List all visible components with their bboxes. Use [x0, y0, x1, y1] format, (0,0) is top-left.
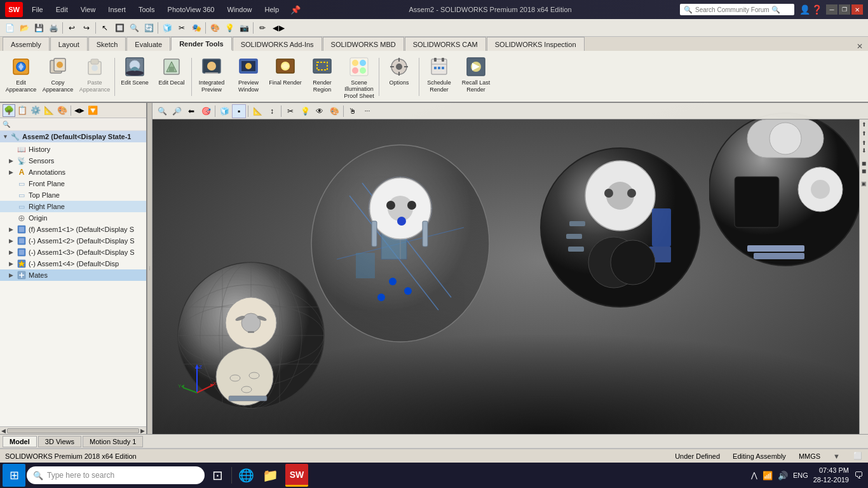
systray-hidden-icon[interactable]: ⋀ [751, 471, 757, 480]
vp-section-view-icon[interactable]: ✂ [283, 104, 297, 118]
tab-cam[interactable]: SOLIDWORKS CAM [405, 37, 486, 51]
redo-icon[interactable]: ↪ [79, 21, 93, 35]
appearance-icon-sm[interactable]: 🎨 [208, 21, 222, 35]
options-button[interactable]: Options [381, 52, 417, 102]
tab-mbd[interactable]: SOLIDWORKS MBD [323, 37, 404, 51]
lights-icon[interactable]: 💡 [222, 21, 236, 35]
vp-display-shaded-icon[interactable]: ▪ [232, 104, 246, 118]
tab-close-icon[interactable]: ✕ [857, 42, 863, 51]
vp-zoom-target-icon[interactable]: 🎯 [199, 104, 213, 118]
tree-node-assem1-1[interactable]: ▶ (f) Assem1<1> (Default<Display S [0, 224, 146, 235]
filter-icon[interactable]: 🔽 [86, 104, 99, 117]
tab-evaluate[interactable]: Evaluate [126, 37, 170, 51]
titlebar-menu-view[interactable]: View [77, 6, 100, 13]
close-button[interactable]: ✕ [851, 4, 863, 15]
tab-sketch[interactable]: Sketch [88, 37, 126, 51]
dim-expert-icon[interactable]: 📐 [43, 104, 55, 117]
panel-resize-handle[interactable]: ··· [147, 103, 153, 434]
bottom-tab-motion-study[interactable]: Motion Study 1 [83, 436, 143, 447]
titlebar-menu-insert[interactable]: Insert [104, 6, 130, 13]
integrated-preview-button[interactable]: Integrated Preview [193, 52, 230, 102]
status-expand-icon[interactable]: ⬜ [853, 451, 863, 461]
tree-node-right-plane[interactable]: ▭ Right Plane [0, 201, 146, 212]
community-search-input[interactable] [695, 6, 771, 13]
sketch-icon-sm[interactable]: ✏ [255, 21, 269, 35]
tab-inspection[interactable]: SOLIDWORKS Inspection [487, 37, 585, 51]
camera-icon[interactable]: 📷 [237, 21, 251, 35]
vp-display-style-icon[interactable]: 🧊 [217, 104, 231, 118]
status-units-dropdown[interactable]: ▼ [833, 452, 840, 460]
preview-window-button[interactable]: Preview Window [230, 52, 267, 102]
titlebar-menu-file[interactable]: File [28, 6, 47, 13]
scroll-right-icon[interactable]: ▶ [140, 428, 145, 434]
vp-zoom-area-icon[interactable]: 🔎 [170, 104, 184, 118]
property-manager-icon[interactable]: 📋 [16, 104, 29, 117]
notification-icon[interactable]: 🗨 [854, 470, 863, 480]
taskview-button[interactable]: ⊡ [206, 464, 229, 487]
titlebar-menu-photoview[interactable]: PhotoView 360 [164, 6, 219, 13]
viewport[interactable]: 🔍 🔎 ⬅ 🎯 🧊 ▪ 📐 ↕ ✂ 💡 👁 🎨 🖱 ··· [153, 103, 868, 434]
titlebar-menu-tools[interactable]: Tools [135, 6, 159, 13]
edit-appearance-button[interactable]: Edit Appearance [3, 52, 39, 102]
vp-right-icon-5[interactable]: ◼ [862, 160, 866, 166]
save-icon[interactable]: 💾 [32, 21, 46, 35]
section-view-icon[interactable]: ✂ [175, 21, 189, 35]
vp-right-icon-2[interactable]: ⬅ [861, 131, 867, 136]
systray-network-icon[interactable]: 📶 [763, 471, 773, 480]
vp-zoom-prev-icon[interactable]: ⬅ [184, 104, 198, 118]
tree-node-assem1-3[interactable]: ▶ (-) Assem1<3> (Default<Display S [0, 247, 146, 258]
vp-right-icon-1[interactable]: ⬅ [861, 122, 867, 127]
tree-node-history[interactable]: 📖 History [0, 144, 146, 155]
edit-decal-button[interactable]: Edit Decal [153, 52, 190, 102]
feature-tree-icon[interactable]: 🌳 [3, 104, 15, 117]
tab-layout[interactable]: Layout [50, 37, 88, 51]
chevron-left-icon[interactable]: ◀ [273, 24, 278, 32]
tab-render-tools[interactable]: Render Tools [171, 37, 231, 51]
vp-right-icon-3[interactable]: ⬆ [862, 140, 867, 146]
scroll-left-icon[interactable]: ◀ [1, 428, 6, 434]
vp-right-icon-6[interactable]: ◼ [862, 168, 866, 174]
tree-node-assem1-4[interactable]: ▶ (-) Assem1<4> (Default<Disp [0, 258, 146, 269]
3d-view-icon[interactable]: 🧊 [160, 21, 174, 35]
vp-zoom-select-icon[interactable]: 🔍 [155, 104, 169, 118]
taskbar-icon-sw[interactable]: SW [285, 464, 308, 487]
start-button[interactable]: ⊞ [3, 464, 25, 487]
collapse-all-icon[interactable]: ◀▶ [73, 104, 86, 117]
search-submit-icon[interactable]: 🔍 [771, 6, 780, 14]
select-icon[interactable]: ↖ [98, 21, 112, 35]
zoom-fit-icon[interactable]: 🔲 [112, 21, 126, 35]
vp-lights-camera-icon[interactable]: 💡 [298, 104, 312, 118]
tree-root-node[interactable]: ▼ 🔧 Assem2 (Default<Display State-1 [0, 131, 146, 142]
clock-display[interactable]: 07:43 PM 28-12-2019 [813, 466, 849, 485]
zoom-in-icon[interactable]: 🔍 [127, 21, 141, 35]
titlebar-menu-window[interactable]: Window [223, 6, 255, 13]
schedule-render-button[interactable]: Schedule Render [421, 52, 458, 102]
vp-right-icon-7[interactable]: ▣ [861, 180, 867, 187]
undo-icon[interactable]: ↩ [65, 21, 79, 35]
tab-add-ins[interactable]: SOLIDWORKS Add-Ins [233, 37, 322, 51]
edit-scene-button[interactable]: Edit Scene [116, 52, 153, 102]
taskbar-icon-explorer[interactable]: 📁 [259, 464, 281, 487]
tree-node-mates[interactable]: ▶ Mates [0, 269, 146, 281]
scene-illumination-button[interactable]: Scene Illumination Proof Sheet [341, 52, 377, 102]
systray-volume-icon[interactable]: 🔊 [778, 471, 788, 480]
appearance-manager-icon[interactable]: 🎨 [56, 104, 69, 117]
bottom-tab-3d-views[interactable]: 3D Views [38, 436, 81, 447]
open-icon[interactable]: 📂 [17, 21, 31, 35]
titlebar-menu-edit[interactable]: Edit [52, 6, 72, 13]
user-icon[interactable]: 👤 [799, 4, 810, 15]
copy-appearance-button[interactable]: Copy Appearance [39, 52, 76, 102]
tree-node-assem1-2[interactable]: ▶ (-) Assem1<2> (Default<Display S [0, 235, 146, 247]
vp-component-color-icon[interactable]: 🎨 [327, 104, 341, 118]
tab-assembly[interactable]: Assembly [3, 37, 50, 51]
display-style-icon[interactable]: 🎭 [189, 21, 203, 35]
restore-button[interactable]: ❐ [839, 4, 850, 15]
tree-node-sensors[interactable]: ▶ 📡 Sensors [0, 155, 146, 166]
taskbar-icon-browser[interactable]: 🌐 [234, 464, 257, 487]
vp-view-orient-icon[interactable]: 📐 [250, 104, 264, 118]
config-manager-icon[interactable]: ⚙️ [29, 104, 42, 117]
taskbar-search[interactable]: 🔍 Type here to search [27, 466, 205, 484]
vp-normal-to-icon[interactable]: ↕ [265, 104, 279, 118]
vp-more-icon[interactable]: ··· [360, 104, 374, 118]
print-icon[interactable]: 🖨️ [46, 21, 60, 35]
